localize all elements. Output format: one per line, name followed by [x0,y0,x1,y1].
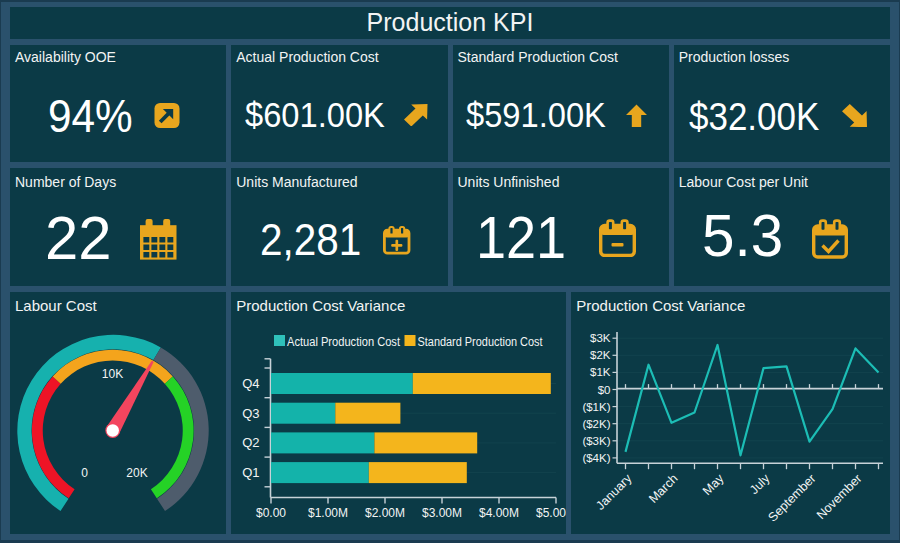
svg-text:$0.00: $0.00 [256,506,286,520]
svg-text:$4.00M: $4.00M [479,506,519,520]
svg-text:$1.00M: $1.00M [308,506,348,520]
svg-text:September: September [766,471,819,524]
svg-text:$2.00M: $2.00M [365,506,405,520]
svg-text:March: March [646,471,680,505]
svg-text:Q4: Q4 [242,376,259,391]
svg-text:Standard Production Cost: Standard Production Cost [418,335,543,349]
svg-text:$2K: $2K [590,349,611,361]
svg-text:($4K): ($4K) [583,452,611,464]
svg-text:July: July [747,471,773,497]
svg-text:20K: 20K [126,466,147,480]
svg-text:$5.00M: $5.00M [536,506,566,520]
svg-text:0: 0 [81,466,88,480]
svg-text:January: January [594,471,636,513]
svg-text:($1K): ($1K) [583,401,611,413]
svg-text:Q3: Q3 [242,406,259,421]
svg-text:$3K: $3K [590,332,611,344]
svg-text:Q1: Q1 [242,465,259,480]
svg-text:($2K): ($2K) [583,418,611,430]
svg-text:$0: $0 [598,384,611,396]
svg-text:Q2: Q2 [242,435,259,450]
svg-text:November: November [814,471,865,522]
svg-text:10K: 10K [102,367,123,381]
svg-text:($3K): ($3K) [583,435,611,447]
svg-text:$1K: $1K [590,366,611,378]
svg-text:May: May [700,471,727,498]
svg-text:Actual Production Cost: Actual Production Cost [287,335,400,349]
svg-text:$3.00M: $3.00M [422,506,462,520]
